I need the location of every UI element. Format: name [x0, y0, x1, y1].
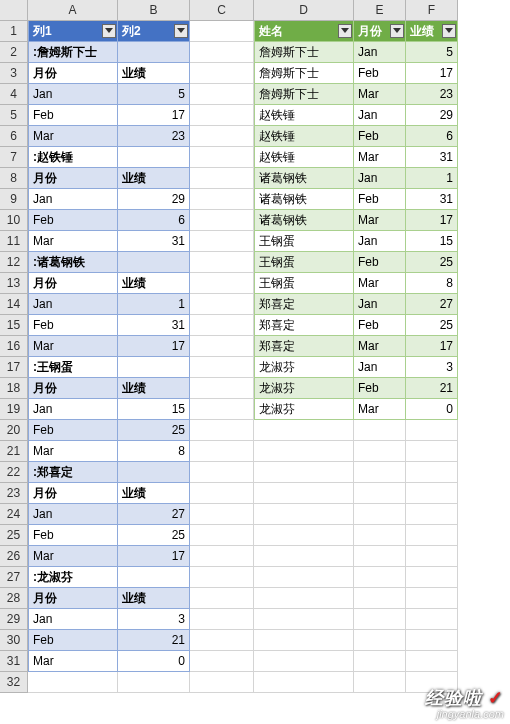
t2-cell-month[interactable]: Feb [354, 126, 406, 147]
t2-cell-value[interactable]: 15 [406, 231, 458, 252]
empty-cell[interactable] [354, 630, 406, 651]
t2-cell-month[interactable]: Jan [354, 357, 406, 378]
empty-cell[interactable] [190, 210, 254, 231]
t2-header-name[interactable]: 姓名 [254, 21, 354, 42]
row-header[interactable]: 10 [0, 210, 28, 231]
empty-cell[interactable] [354, 567, 406, 588]
row-header[interactable]: 7 [0, 147, 28, 168]
t2-cell-month[interactable]: Jan [354, 42, 406, 63]
empty-cell[interactable] [190, 273, 254, 294]
empty-cell[interactable] [190, 105, 254, 126]
t1-cell[interactable]: Mar [28, 126, 118, 147]
empty-cell[interactable] [406, 462, 458, 483]
t1-cell[interactable]: 1 [118, 294, 190, 315]
filter-dropdown-icon[interactable] [102, 24, 116, 38]
empty-cell[interactable] [354, 504, 406, 525]
t2-cell-name[interactable]: 赵铁锤 [254, 105, 354, 126]
t1-cell[interactable]: 27 [118, 504, 190, 525]
t2-cell-name[interactable]: 诸葛钢铁 [254, 168, 354, 189]
t2-cell-value[interactable]: 27 [406, 294, 458, 315]
empty-cell[interactable] [254, 609, 354, 630]
t1-cell[interactable]: :诸葛钢铁 [28, 252, 118, 273]
t1-cell[interactable]: :王钢蛋 [28, 357, 118, 378]
t2-cell-value[interactable]: 6 [406, 126, 458, 147]
t1-cell[interactable]: 月份 [28, 378, 118, 399]
t1-cell[interactable]: 23 [118, 126, 190, 147]
row-header[interactable]: 24 [0, 504, 28, 525]
row-header[interactable]: 9 [0, 189, 28, 210]
row-header[interactable]: 31 [0, 651, 28, 672]
t1-cell[interactable]: 业绩 [118, 273, 190, 294]
row-header[interactable]: 26 [0, 546, 28, 567]
t1-cell[interactable]: 业绩 [118, 483, 190, 504]
column-header[interactable]: A [28, 0, 118, 21]
empty-cell[interactable] [254, 420, 354, 441]
column-header[interactable]: B [118, 0, 190, 21]
t2-cell-name[interactable]: 郑喜定 [254, 336, 354, 357]
t2-cell-name[interactable]: 王钢蛋 [254, 273, 354, 294]
t2-cell-value[interactable]: 25 [406, 315, 458, 336]
t1-cell[interactable]: 业绩 [118, 63, 190, 84]
t1-cell[interactable]: Mar [28, 651, 118, 672]
row-header[interactable]: 23 [0, 483, 28, 504]
t2-cell-value[interactable]: 21 [406, 378, 458, 399]
empty-cell[interactable] [28, 672, 118, 693]
t2-cell-name[interactable]: 诸葛钢铁 [254, 189, 354, 210]
row-header[interactable]: 12 [0, 252, 28, 273]
t1-cell[interactable]: 17 [118, 546, 190, 567]
empty-cell[interactable] [190, 588, 254, 609]
empty-cell[interactable] [354, 441, 406, 462]
empty-cell[interactable] [406, 420, 458, 441]
t1-cell[interactable]: Feb [28, 315, 118, 336]
t2-cell-name[interactable]: 诸葛钢铁 [254, 210, 354, 231]
spreadsheet-grid[interactable]: ABCDEF1列1列2姓名月份业绩2:詹姆斯下士詹姆斯下士Jan53月份业绩詹姆… [0, 0, 510, 693]
t2-cell-value[interactable]: 0 [406, 399, 458, 420]
empty-cell[interactable] [254, 483, 354, 504]
t1-cell[interactable]: Mar [28, 336, 118, 357]
t2-cell-value[interactable]: 17 [406, 336, 458, 357]
empty-cell[interactable] [118, 672, 190, 693]
empty-cell[interactable] [354, 462, 406, 483]
t1-cell[interactable] [118, 357, 190, 378]
t1-cell[interactable]: 3 [118, 609, 190, 630]
t2-cell-value[interactable]: 17 [406, 63, 458, 84]
t1-cell[interactable]: :詹姆斯下士 [28, 42, 118, 63]
empty-cell[interactable] [190, 378, 254, 399]
empty-cell[interactable] [354, 588, 406, 609]
empty-cell[interactable] [190, 462, 254, 483]
row-header[interactable]: 3 [0, 63, 28, 84]
row-header[interactable]: 20 [0, 420, 28, 441]
empty-cell[interactable] [254, 546, 354, 567]
t1-cell[interactable]: :郑喜定 [28, 462, 118, 483]
t1-cell[interactable]: 17 [118, 336, 190, 357]
empty-cell[interactable] [190, 189, 254, 210]
column-header[interactable]: E [354, 0, 406, 21]
row-header[interactable]: 22 [0, 462, 28, 483]
empty-cell[interactable] [190, 567, 254, 588]
t1-cell[interactable]: Mar [28, 231, 118, 252]
t2-cell-name[interactable]: 郑喜定 [254, 315, 354, 336]
t1-cell[interactable]: 21 [118, 630, 190, 651]
t2-cell-name[interactable]: 龙淑芬 [254, 399, 354, 420]
empty-cell[interactable] [190, 252, 254, 273]
row-header[interactable]: 27 [0, 567, 28, 588]
empty-cell[interactable] [190, 315, 254, 336]
empty-cell[interactable] [406, 630, 458, 651]
t2-cell-value[interactable]: 29 [406, 105, 458, 126]
empty-cell[interactable] [190, 231, 254, 252]
empty-cell[interactable] [190, 441, 254, 462]
empty-cell[interactable] [190, 294, 254, 315]
t2-cell-month[interactable]: Mar [354, 399, 406, 420]
t1-cell[interactable]: 5 [118, 84, 190, 105]
t1-cell[interactable]: Jan [28, 609, 118, 630]
empty-cell[interactable] [354, 672, 406, 693]
t1-cell[interactable] [118, 252, 190, 273]
empty-cell[interactable] [190, 147, 254, 168]
row-header[interactable]: 2 [0, 42, 28, 63]
t2-cell-value[interactable]: 5 [406, 42, 458, 63]
empty-cell[interactable] [190, 336, 254, 357]
row-header[interactable]: 18 [0, 378, 28, 399]
empty-cell[interactable] [190, 504, 254, 525]
t1-cell[interactable]: Mar [28, 441, 118, 462]
t1-cell[interactable]: 15 [118, 399, 190, 420]
